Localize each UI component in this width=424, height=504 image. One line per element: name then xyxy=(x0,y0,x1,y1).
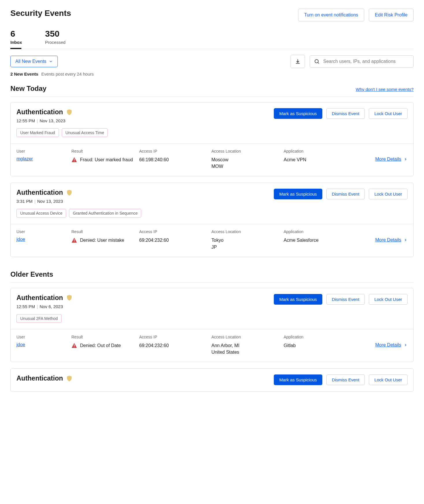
label-access-location: Access Location xyxy=(211,149,284,153)
dismiss-button[interactable]: Dismiss Event xyxy=(326,108,365,119)
event-title: Authentication xyxy=(16,189,63,196)
event-time: 3:31 PM xyxy=(16,199,33,204)
result-value: Denied: User mistake xyxy=(71,237,139,243)
application-value: Acme Salesforce xyxy=(284,237,375,243)
dismiss-button[interactable]: Dismiss Event xyxy=(326,374,365,385)
events-subline: 2 New Events Events post every 24 hours xyxy=(10,72,414,76)
label-application: Application xyxy=(284,229,375,234)
label-access-ip: Access IP xyxy=(139,335,211,339)
result-value: Denied: Out of Date xyxy=(71,342,139,349)
event-date: Nov 6, 2023 xyxy=(40,304,63,309)
tabs: 6 Inbox 350 Processed xyxy=(10,29,414,49)
event-header-left: Authentication12:55 PM|Nov 13, 2023User … xyxy=(16,108,108,137)
event-details: UserjdoeResultDenied: User mistakeAccess… xyxy=(11,224,413,256)
toolbar: All New Events xyxy=(10,55,414,68)
search-field[interactable] xyxy=(310,55,414,68)
event-title-row: Authentication xyxy=(16,374,72,382)
col-access-location: Access LocationAnn Arbor, MIUnited State… xyxy=(211,335,284,355)
event-date: Nov 13, 2023 xyxy=(40,118,65,123)
toolbar-right xyxy=(291,55,414,68)
section-older-header: Older Events xyxy=(10,270,414,278)
more-details-link[interactable]: More Details xyxy=(375,157,408,162)
more-details-link[interactable]: More Details xyxy=(375,342,408,348)
access-location-value: MoscowMOW xyxy=(211,156,284,170)
col-access-location: Access LocationTokyoJP xyxy=(211,229,284,250)
label-access-ip: Access IP xyxy=(139,149,211,153)
label-access-location: Access Location xyxy=(211,229,284,234)
col-result: ResultFraud: User marked fraud xyxy=(71,149,139,163)
events-hint: Events post every 24 hours xyxy=(41,72,94,76)
page-header: Security Events Turn on event notificati… xyxy=(10,9,414,21)
event-actions: Mark as SuspiciousDismiss EventLock Out … xyxy=(274,374,408,385)
event-time: 12:55 PM xyxy=(16,118,35,123)
tab-processed[interactable]: 350 Processed xyxy=(45,29,66,49)
shield-icon xyxy=(66,295,72,301)
event-title: Authentication xyxy=(16,374,63,382)
risk-chip: User Marked Fraud xyxy=(16,128,59,137)
mark-suspicious-button[interactable]: Mark as Suspicious xyxy=(274,189,322,199)
user-link[interactable]: mglazer xyxy=(16,156,33,161)
chevron-right-icon xyxy=(403,238,408,242)
download-button[interactable] xyxy=(291,55,305,68)
more-details-link[interactable]: More Details xyxy=(375,237,408,243)
col-application: ApplicationGitlab xyxy=(284,335,375,349)
turn-on-notifications-button[interactable]: Turn on event notifications xyxy=(298,9,364,21)
risk-chip: Unusual 2FA Method xyxy=(16,314,62,323)
section-new-header: New Today Why don't I see some events? xyxy=(10,85,414,93)
search-input[interactable] xyxy=(323,59,409,64)
label-result: Result xyxy=(71,335,139,339)
dismiss-button[interactable]: Dismiss Event xyxy=(326,294,365,305)
col-result: ResultDenied: Out of Date xyxy=(71,335,139,349)
user-link[interactable]: jdoe xyxy=(16,342,25,347)
download-icon xyxy=(295,59,301,64)
event-header-left: Authentication12:55 PM|Nov 6, 2023Unusua… xyxy=(16,294,72,323)
chevron-right-icon xyxy=(403,343,408,347)
access-location-value: TokyoJP xyxy=(211,237,284,250)
event-header-left: Authentication3:31 PM|Nov 13, 2023Unusua… xyxy=(16,189,141,218)
search-icon xyxy=(314,59,320,64)
label-access-location: Access Location xyxy=(211,335,284,339)
filter-label: All New Events xyxy=(15,59,47,64)
shield-icon xyxy=(66,109,72,115)
event-details: UserjdoeResultDenied: Out of DateAccess … xyxy=(11,329,413,362)
event-title-row: Authentication xyxy=(16,108,108,116)
user-link[interactable]: jdoe xyxy=(16,237,25,242)
event-card: Authentication12:55 PM|Nov 6, 2023Unusua… xyxy=(10,288,414,362)
event-card: AuthenticationMark as SuspiciousDismiss … xyxy=(10,368,414,392)
new-events-count: 2 New Events xyxy=(10,72,38,76)
mark-suspicious-button[interactable]: Mark as Suspicious xyxy=(274,374,322,385)
col-access-location: Access LocationMoscowMOW xyxy=(211,149,284,170)
lockout-button[interactable]: Lock Out User xyxy=(369,374,408,385)
col-user: Usermglazer xyxy=(16,149,71,162)
label-application: Application xyxy=(284,149,375,153)
tab-inbox[interactable]: 6 Inbox xyxy=(10,29,22,49)
lockout-button[interactable]: Lock Out User xyxy=(369,189,408,199)
application-value: Gitlab xyxy=(284,342,375,349)
label-user: User xyxy=(16,229,71,234)
mark-suspicious-button[interactable]: Mark as Suspicious xyxy=(274,108,322,119)
event-meta: 3:31 PM|Nov 13, 2023 xyxy=(16,199,141,204)
tab-inbox-label: Inbox xyxy=(10,40,22,45)
filter-dropdown[interactable]: All New Events xyxy=(10,56,58,67)
application-value: Acme VPN xyxy=(284,156,375,163)
shield-icon xyxy=(66,375,72,382)
col-result: ResultDenied: User mistake xyxy=(71,229,139,243)
page-title: Security Events xyxy=(10,9,71,18)
event-title: Authentication xyxy=(16,294,63,302)
mark-suspicious-button[interactable]: Mark as Suspicious xyxy=(274,294,322,305)
label-user: User xyxy=(16,149,71,153)
section-new-title: New Today xyxy=(10,85,47,93)
help-link[interactable]: Why don't I see some events? xyxy=(356,87,414,92)
edit-risk-profile-button[interactable]: Edit Risk Profile xyxy=(369,9,414,21)
event-header-left: Authentication xyxy=(16,374,72,385)
lockout-button[interactable]: Lock Out User xyxy=(369,108,408,119)
risk-chip: Unusual Access Time xyxy=(62,128,108,137)
event-card: Authentication3:31 PM|Nov 13, 2023Unusua… xyxy=(10,183,414,257)
tab-inbox-count: 6 xyxy=(10,29,22,38)
access-ip-value: 69:204:232:60 xyxy=(139,342,211,349)
risk-chip: Granted Authentication in Sequence xyxy=(69,209,141,218)
event-actions: Mark as SuspiciousDismiss EventLock Out … xyxy=(274,108,408,119)
dismiss-button[interactable]: Dismiss Event xyxy=(326,189,365,199)
label-application: Application xyxy=(284,335,375,339)
lockout-button[interactable]: Lock Out User xyxy=(369,294,408,305)
